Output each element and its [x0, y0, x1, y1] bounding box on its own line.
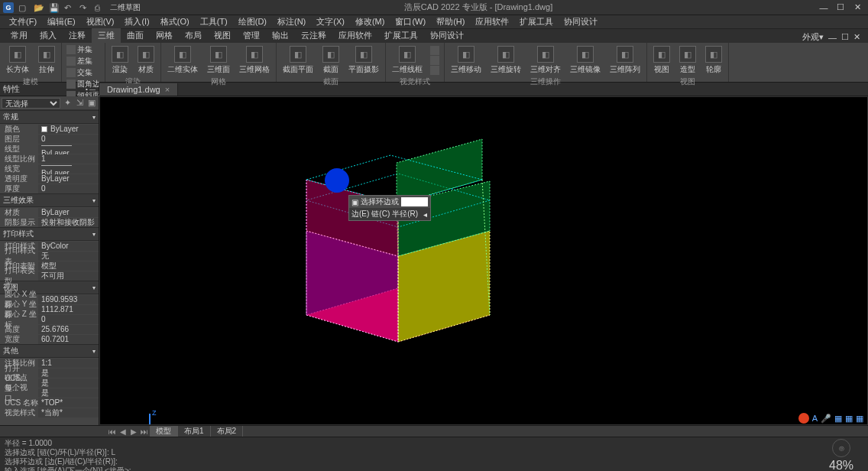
close-tab-icon[interactable]: ×	[165, 85, 170, 94]
layout-prev-icon[interactable]: ◀	[118, 427, 128, 437]
property-value[interactable]: ByColor	[38, 242, 99, 251]
quick-select-icon[interactable]: ⇲	[74, 98, 85, 109]
ribbon-tab[interactable]: 网格	[150, 28, 179, 43]
ribbon-tab[interactable]: 管理	[237, 28, 266, 43]
property-section-header[interactable]: 其他▾	[0, 344, 99, 358]
layout-tab[interactable]: 模型	[150, 426, 178, 437]
flatshot-button[interactable]: ◧平面摄影	[345, 44, 382, 76]
menu-item[interactable]: 标注(N)	[273, 15, 310, 29]
render-button[interactable]: ◧渲染	[108, 44, 131, 76]
collapse-icon[interactable]: ▾	[92, 231, 96, 238]
property-value[interactable]: 是	[38, 369, 99, 378]
tooltip-option-radius[interactable]: 半径(R)	[392, 209, 418, 219]
ribbon-tab[interactable]: 输出	[266, 28, 295, 43]
tray-mic-icon[interactable]: 🎤	[821, 414, 831, 424]
tray-text-icon[interactable]: A	[812, 414, 818, 423]
tab-min-icon[interactable]: —	[828, 33, 837, 42]
ribbon-tab[interactable]: 常用	[5, 28, 34, 43]
property-value[interactable]: 1690.9593	[38, 295, 99, 304]
collapse-icon[interactable]: ▾	[92, 197, 96, 204]
workspace-dropdown[interactable]: 二维草图	[110, 2, 141, 13]
menu-item[interactable]: 文字(X)	[312, 15, 349, 29]
vs1-button[interactable]	[429, 46, 441, 55]
collapse-icon[interactable]: ▾	[92, 114, 96, 121]
menu-item[interactable]: 格式(O)	[156, 15, 194, 29]
subtract-button[interactable]: 差集	[65, 56, 102, 67]
tray-grid1-icon[interactable]: ▦	[834, 414, 842, 424]
vs3-button[interactable]	[429, 66, 441, 75]
tooltip-option-chain[interactable]: 链(C)	[371, 209, 390, 219]
profile-button[interactable]: ◧轮廓	[702, 44, 725, 76]
undo-icon[interactable]: ↶	[64, 3, 73, 12]
pick-icon[interactable]: ✦	[62, 98, 73, 109]
collapse-icon[interactable]: ▾	[92, 284, 96, 291]
property-value[interactable]: 无	[38, 252, 99, 261]
3d-face-button[interactable]: ◧三维面	[204, 44, 233, 76]
property-value[interactable]: *TOP*	[38, 398, 99, 408]
3drotate-button[interactable]: ◧三维旋转	[487, 44, 524, 76]
tab-restw-icon[interactable]: ☐	[841, 32, 849, 42]
property-value[interactable]: 1:1	[38, 359, 99, 368]
box-button[interactable]: ◧长方体	[3, 44, 32, 76]
redo-icon[interactable]: ↷	[79, 3, 89, 12]
panel-menu-icon[interactable]: • —	[86, 86, 96, 93]
tray-app-icon[interactable]	[798, 413, 809, 424]
ribbon-tab[interactable]: 协同设计	[424, 28, 470, 43]
ribbon-tab[interactable]: 扩展工具	[378, 28, 424, 43]
model-viewport[interactable]: ▣ 选择环边或 边(E) 链(C) 半径(R) ◂ Z X Y	[99, 96, 868, 425]
property-value[interactable]: *当前*	[38, 408, 99, 417]
extrude-button[interactable]: ◧拉伸	[35, 44, 58, 76]
layout-tab[interactable]: 布局2	[211, 426, 244, 437]
appearance-dropdown[interactable]: 外观▾	[802, 31, 824, 43]
section-plane-button[interactable]: ◧截面平面	[280, 44, 316, 76]
tab-close-icon[interactable]: ✕	[853, 32, 860, 42]
2d-solid-button[interactable]: ◧二维实体	[164, 44, 201, 76]
menu-item[interactable]: 工具(T)	[196, 15, 232, 29]
tooltip-arrow-icon[interactable]: ◂	[423, 210, 427, 219]
intersect-button[interactable]: 交集	[65, 67, 102, 78]
property-value[interactable]: 60.7201	[38, 335, 99, 344]
ribbon-tab[interactable]: 应用软件	[332, 28, 378, 43]
layout-first-icon[interactable]: ⏮	[107, 427, 118, 437]
property-section-header[interactable]: 打印样式▾	[0, 227, 99, 241]
view-button[interactable]: ◧视图	[650, 44, 673, 76]
zoom-level[interactable]: 48%	[829, 459, 853, 471]
3darray-button[interactable]: ◧三维阵列	[607, 44, 643, 76]
property-value[interactable]: ByLayer	[38, 208, 99, 217]
tray-grid2-icon[interactable]: ▦	[845, 414, 853, 424]
menu-item[interactable]: 绘图(D)	[234, 15, 271, 29]
menu-item[interactable]: 编辑(E)	[43, 15, 80, 29]
vs2-button[interactable]	[429, 56, 441, 65]
layout-last-icon[interactable]: ⏭	[139, 427, 150, 437]
toggle-pim-icon[interactable]: ▣	[86, 98, 97, 109]
menu-item[interactable]: 文件(F)	[5, 15, 41, 29]
ribbon-tab[interactable]: 视图	[208, 28, 237, 43]
3dalign-button[interactable]: ◧三维对齐	[527, 44, 564, 76]
command-history[interactable]: 半径 = 1.0000选择边或 [链(C)/环(L)/半径(R)]: L选择环边…	[0, 437, 815, 471]
3dmirror-button[interactable]: ◧三维镜像	[567, 44, 604, 76]
2d-wire-button[interactable]: ◧二维线框	[389, 44, 426, 76]
tooltip-option-edge[interactable]: 边(E)	[351, 209, 369, 219]
3dmove-button[interactable]: ◧三维移动	[448, 44, 484, 76]
property-value[interactable]: 0	[38, 315, 99, 324]
property-value[interactable]: ———— ByLayer	[38, 164, 99, 174]
property-value[interactable]: 25.6766	[38, 325, 99, 334]
menu-item[interactable]: 修改(M)	[351, 15, 390, 29]
property-section-header[interactable]: 三维效果▾	[0, 193, 99, 207]
document-tab[interactable]: Drawing1.dwg ×	[99, 83, 178, 96]
menu-item[interactable]: 视图(V)	[82, 15, 119, 29]
compass-icon[interactable]: ◎	[832, 439, 850, 457]
menu-item[interactable]: 窗口(W)	[390, 15, 430, 29]
tooltip-input[interactable]	[401, 197, 428, 206]
ribbon-tab[interactable]: 插入	[34, 28, 63, 43]
ribbon-tab[interactable]: 曲面	[121, 28, 150, 43]
section-button[interactable]: ◧截面	[319, 44, 342, 76]
property-value[interactable]: 是	[38, 388, 99, 398]
save-icon[interactable]: 💾	[49, 3, 58, 12]
property-section-header[interactable]: 常规▾	[0, 110, 99, 124]
print-icon[interactable]: ⎙	[95, 3, 104, 12]
property-value[interactable]: 1112.871	[38, 305, 99, 314]
shape-button[interactable]: ◧造型	[676, 44, 699, 76]
union-button[interactable]: 并集	[65, 44, 102, 55]
menu-item[interactable]: 扩展工具	[515, 15, 558, 29]
